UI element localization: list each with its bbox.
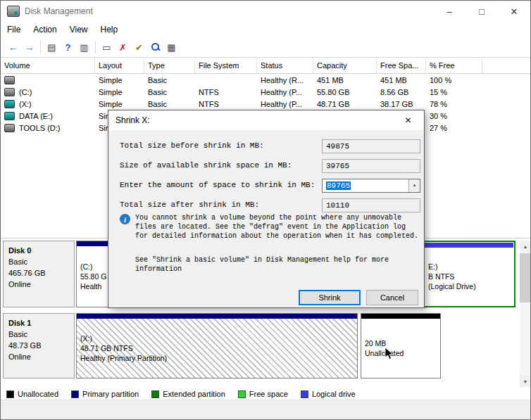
cell-type: Basic [144, 86, 195, 98]
title-bar: Disk Management – □ ✕ [1, 1, 530, 22]
legend-bar: Unallocated Primary partition Extended p… [1, 388, 531, 400]
primary-partition-band [77, 314, 357, 319]
forward-icon[interactable]: → [21, 39, 37, 55]
legend-logical-drive: Logical drive [301, 390, 356, 398]
legend-extended-partition: Extended partition [151, 390, 225, 398]
cell-freespace: 451 MB [377, 74, 426, 86]
disk-size: 465.76 GB [8, 267, 69, 279]
cell-layout: Simple [95, 98, 144, 110]
column-header-volume[interactable]: Volume [1, 58, 95, 73]
help-text: See "Shrink a basic volume" in Disk Mana… [135, 255, 420, 274]
ok-icon[interactable]: ✔ [131, 39, 147, 55]
partition-x-selected[interactable]: (X:) 48.71 GB NTFS Healthy (Primary Part… [76, 313, 358, 378]
properties-icon[interactable]: ▦ [163, 39, 180, 55]
partition-line2: Unallocated [365, 348, 440, 358]
disk-management-window: Disk Management – □ ✕ File Action View H… [0, 0, 531, 420]
unallocated-space[interactable]: 20 MB Unallocated [361, 313, 441, 378]
table-row-c[interactable]: (C:) Simple Basic NTFS Healthy (P... 55.… [1, 86, 530, 98]
field-label-total-before: Total size before shrink in MB: [120, 141, 264, 150]
disk-size: 48.73 GB [8, 340, 69, 351]
minimize-button[interactable]: – [433, 1, 466, 22]
menu-view[interactable]: View [63, 23, 94, 36]
disk1-info-panel[interactable]: Disk 1 Basic 48.73 GB Online [3, 313, 75, 378]
cell-pctfree: 30 % [426, 110, 482, 122]
volume-icon [4, 100, 15, 108]
column-header-type[interactable]: Type [144, 58, 195, 73]
status-strip [1, 400, 531, 420]
disk-status: Online [8, 279, 69, 290]
cancel-button[interactable]: Cancel [366, 290, 418, 305]
cell-type: Basic [144, 98, 195, 110]
maximize-button[interactable]: □ [466, 1, 498, 22]
total-before-field[interactable]: 49875 [322, 139, 420, 153]
close-button[interactable]: ✕ [498, 1, 530, 22]
volume-name: DATA (E:) [19, 112, 53, 120]
column-header-freespace[interactable]: Free Spa... [377, 58, 426, 73]
vertical-scrollbar[interactable]: ▲ ▼ [520, 241, 531, 387]
legend-label: Unallocated [18, 390, 58, 398]
legend-label: Logical drive [312, 390, 356, 398]
table-row-recovery[interactable]: Simple Basic Healthy (R... 451 MB 451 MB… [1, 74, 530, 86]
legend-primary-partition: Primary partition [71, 390, 139, 398]
total-after-field[interactable]: 10110 [322, 198, 420, 212]
window-title: Disk Management [25, 6, 93, 16]
menu-help[interactable]: Help [94, 23, 125, 36]
help-icon[interactable]: ? [60, 39, 76, 55]
dialog-title-bar: Shrink X: ✕ [108, 110, 424, 130]
partition-label: E:) B NTFS (Logical Drive) [425, 248, 513, 305]
scrollbar-thumb[interactable] [520, 253, 531, 303]
column-header-layout[interactable]: Layout [95, 58, 144, 73]
partition-line2: B NTFS [428, 272, 513, 281]
export-list-icon[interactable]: ▥ [76, 39, 92, 55]
dialog-close-button[interactable]: ✕ [392, 110, 424, 130]
field-label-total-after: Total size after shrink in MB: [120, 201, 259, 209]
cell-status: Healthy (R... [257, 74, 313, 86]
dialog-title: Shrink X: [108, 115, 150, 125]
volume-icon [4, 124, 15, 132]
available-shrink-field[interactable]: 39765 [322, 159, 420, 173]
volume-icon [4, 76, 15, 84]
disk0-info-panel[interactable]: Disk 0 Basic 465.76 GB Online [3, 241, 75, 307]
cell-filesystem [195, 74, 257, 86]
menu-file[interactable]: File [1, 23, 27, 36]
toolbar-separator [95, 41, 96, 53]
column-header-filler [482, 58, 530, 73]
action-pane-icon[interactable]: ▭ [99, 39, 115, 55]
cell-status: Healthy (P... [257, 98, 313, 110]
partition-line3: (Logical Drive) [428, 281, 513, 291]
shrink-dialog: Shrink X: ✕ Total size before shrink in … [108, 110, 425, 308]
column-header-pctfree[interactable]: % Free [426, 58, 482, 73]
spinner: ▲ ▼ [408, 179, 420, 192]
shrink-amount-input[interactable]: 89765 ▲ ▼ [322, 179, 420, 193]
shrink-button[interactable]: Shrink [299, 290, 361, 305]
menu-action[interactable]: Action [27, 23, 63, 36]
scroll-up-icon[interactable]: ▲ [520, 241, 531, 252]
column-header-capacity[interactable]: Capacity [313, 58, 377, 73]
legend-label: Free space [249, 390, 288, 398]
column-header-filesystem[interactable]: File System [195, 58, 257, 73]
show-console-tree-icon[interactable]: ▤ [44, 39, 60, 55]
legend-swatch [71, 390, 79, 398]
find-icon[interactable] [147, 39, 163, 55]
back-icon[interactable]: ← [5, 39, 21, 55]
cell-capacity: 451 MB [313, 74, 377, 86]
partition-e-logical[interactable]: E:) B NTFS (Logical Drive) [423, 241, 516, 307]
cell-layout: Simple [95, 74, 144, 86]
cell-freespace: 38.17 GB [377, 98, 426, 110]
cell-freespace: 8.56 GB [377, 86, 426, 98]
scroll-down-icon[interactable]: ▼ [520, 376, 531, 387]
cell-filesystem: NTFS [195, 98, 257, 110]
disk-name: Disk 1 [8, 317, 69, 329]
cell-status: Healthy (P... [257, 86, 313, 98]
table-row-x[interactable]: (X:) Simple Basic NTFS Healthy (P... 48.… [1, 98, 530, 110]
legend-swatch [6, 390, 14, 398]
info-text: You cannot shrink a volume beyond the po… [135, 213, 420, 241]
partition-line3: Healthy (Primary Partition) [80, 353, 357, 363]
partition-line1: 20 MB [365, 338, 440, 348]
volume-name: (C:) [19, 88, 32, 96]
spin-up-icon[interactable]: ▲ [409, 179, 420, 193]
column-header-status[interactable]: Status [257, 58, 313, 73]
cell-pctfree: 100 % [426, 74, 482, 86]
legend-label: Primary partition [82, 390, 139, 398]
delete-volume-icon[interactable]: ✗ [115, 39, 131, 55]
